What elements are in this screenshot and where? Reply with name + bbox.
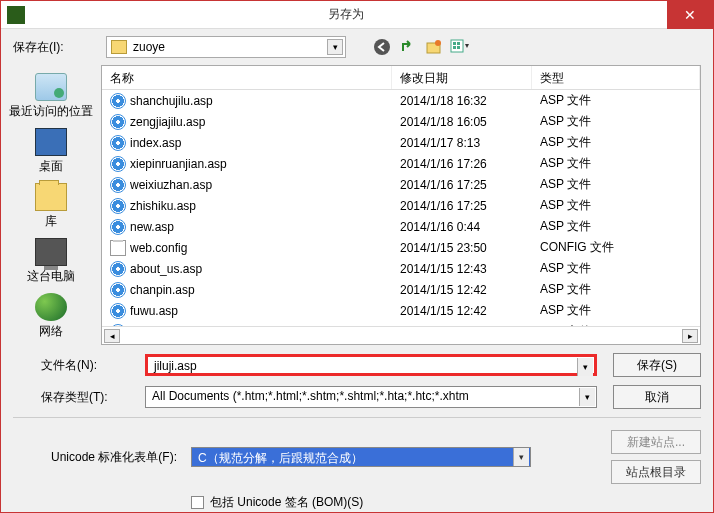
table-row[interactable]: fuwu.asp2014/1/15 12:42ASP 文件 [102, 300, 700, 321]
filename-value: jiluji.asp [154, 359, 197, 373]
nav-icons [372, 37, 470, 57]
sidebar-this-pc-label: 这台电脑 [27, 268, 75, 285]
table-row[interactable]: about_us.asp2014/1/15 12:43ASP 文件 [102, 258, 700, 279]
asp-file-icon [110, 303, 126, 319]
asp-file-icon [110, 177, 126, 193]
file-type: ASP 文件 [532, 281, 700, 298]
unicode-value: C（规范分解，后跟规范合成） [198, 451, 363, 465]
file-name: zengjiajilu.asp [130, 115, 205, 129]
sidebar-network-label: 网络 [39, 323, 63, 340]
file-type: ASP 文件 [532, 113, 700, 130]
scroll-left-icon[interactable]: ◂ [104, 329, 120, 343]
table-row[interactable]: shanchujilu.asp2014/1/18 16:32ASP 文件 [102, 90, 700, 111]
file-type: ASP 文件 [532, 134, 700, 151]
view-menu-icon[interactable] [450, 37, 470, 57]
library-icon [35, 183, 67, 211]
folder-combo[interactable]: zuoye ▾ [106, 36, 346, 58]
asp-file-icon [110, 114, 126, 130]
table-row[interactable]: zhishiku.asp2014/1/16 17:25ASP 文件 [102, 195, 700, 216]
content-area: 最近访问的位置 桌面 库 这台电脑 网络 名称 修改日期 类型 shanchuj… [1, 65, 713, 345]
up-icon[interactable] [398, 37, 418, 57]
table-row[interactable]: chanpin.asp2014/1/15 12:42ASP 文件 [102, 279, 700, 300]
sidebar-desktop[interactable]: 桌面 [33, 126, 69, 177]
filetype-label: 保存类型(T): [13, 389, 139, 406]
col-date[interactable]: 修改日期 [392, 66, 532, 89]
file-list-body[interactable]: shanchujilu.asp2014/1/18 16:32ASP 文件zeng… [102, 90, 700, 326]
filetype-combo[interactable]: All Documents (*.htm;*.html;*.shtm;*.sht… [145, 386, 597, 408]
chevron-down-icon[interactable]: ▾ [577, 358, 593, 376]
sidebar-network[interactable]: 网络 [33, 291, 69, 342]
sidebar-library-label: 库 [45, 213, 57, 230]
svg-rect-6 [453, 46, 456, 49]
separator [13, 417, 701, 418]
table-row[interactable]: xiepinruanjian.asp2014/1/16 17:26ASP 文件 [102, 153, 700, 174]
svg-rect-5 [457, 42, 460, 45]
col-type[interactable]: 类型 [532, 66, 700, 89]
file-date: 2014/1/17 8:13 [392, 136, 532, 150]
asp-file-icon [110, 261, 126, 277]
table-row[interactable]: weixiuzhan.asp2014/1/16 17:25ASP 文件 [102, 174, 700, 195]
sidebar-this-pc[interactable]: 这台电脑 [25, 236, 77, 287]
file-name: index.asp [130, 136, 181, 150]
file-date: 2014/1/16 17:26 [392, 157, 532, 171]
file-name: new.asp [130, 220, 174, 234]
cancel-button[interactable]: 取消 [613, 385, 701, 409]
svg-rect-4 [453, 42, 456, 45]
table-row[interactable]: index.asp2014/1/17 8:13ASP 文件 [102, 132, 700, 153]
sidebar-library[interactable]: 库 [33, 181, 69, 232]
back-icon[interactable] [372, 37, 392, 57]
chevron-down-icon[interactable]: ▾ [327, 39, 343, 55]
file-type: CONFIG 文件 [532, 239, 700, 256]
new-folder-icon[interactable] [424, 37, 444, 57]
file-date: 2014/1/16 17:25 [392, 178, 532, 192]
table-row[interactable]: new.asp2014/1/16 0:44ASP 文件 [102, 216, 700, 237]
location-toolbar: 保存在(I): zuoye ▾ [1, 29, 713, 65]
recent-icon [35, 73, 67, 101]
col-name[interactable]: 名称 [102, 66, 392, 89]
save-as-dialog: 另存为 ✕ 保存在(I): zuoye ▾ 最近访问的位置 桌面 库 这台电脑 … [0, 0, 714, 513]
sidebar-recent-label: 最近访问的位置 [9, 103, 93, 120]
file-name: shanchujilu.asp [130, 94, 213, 108]
file-date: 2014/1/15 12:43 [392, 262, 532, 276]
file-name: weixiuzhan.asp [130, 178, 212, 192]
scrollbar-horizontal[interactable]: ◂ ▸ [102, 326, 700, 344]
filename-section: 文件名(N): jiluji.asp ▾ 保存(S) 保存类型(T): All … [1, 345, 713, 409]
save-button[interactable]: 保存(S) [613, 353, 701, 377]
asp-file-icon [110, 324, 126, 327]
file-date: 2014/1/18 16:05 [392, 115, 532, 129]
sidebar-recent[interactable]: 最近访问的位置 [7, 71, 95, 122]
desktop-icon [35, 128, 67, 156]
filetype-value: All Documents (*.htm;*.html;*.shtm;*.sht… [152, 389, 469, 403]
asp-file-icon [110, 156, 126, 172]
scroll-right-icon[interactable]: ▸ [682, 329, 698, 343]
file-list-header: 名称 修改日期 类型 [102, 66, 700, 90]
file-type: ASP 文件 [532, 92, 700, 109]
svg-point-0 [374, 39, 390, 55]
file-list: 名称 修改日期 类型 shanchujilu.asp2014/1/18 16:3… [101, 65, 701, 345]
asp-file-icon [110, 219, 126, 235]
file-date: 2014/1/15 12:42 [392, 304, 532, 318]
chevron-down-icon[interactable]: ▾ [579, 388, 595, 406]
svg-point-2 [435, 40, 441, 46]
close-button[interactable]: ✕ [667, 1, 713, 29]
filename-input[interactable]: jiluji.asp ▾ [145, 354, 597, 376]
bom-checkbox[interactable] [191, 496, 204, 509]
network-icon [35, 293, 67, 321]
new-site-button[interactable]: 新建站点... [611, 430, 701, 454]
file-type: ASP 文件 [532, 197, 700, 214]
file-name: zhishiku.asp [130, 199, 196, 213]
folder-name: zuoye [133, 40, 165, 54]
file-type: ASP 文件 [532, 155, 700, 172]
bom-row: 包括 Unicode 签名 (BOM)(S) [1, 492, 713, 513]
table-row[interactable]: zengjiajilu.asp2014/1/18 16:05ASP 文件 [102, 111, 700, 132]
file-name: chanpin.asp [130, 283, 195, 297]
file-type: ASP 文件 [532, 176, 700, 193]
asp-file-icon [110, 282, 126, 298]
unicode-combo[interactable]: C（规范分解，后跟规范合成） ▾ [191, 447, 531, 467]
chevron-down-icon[interactable]: ▾ [513, 448, 529, 466]
table-row[interactable]: web.config2014/1/15 23:50CONFIG 文件 [102, 237, 700, 258]
places-sidebar: 最近访问的位置 桌面 库 这台电脑 网络 [1, 65, 101, 345]
sidebar-desktop-label: 桌面 [39, 158, 63, 175]
app-icon [7, 6, 25, 24]
site-root-button[interactable]: 站点根目录 [611, 460, 701, 484]
